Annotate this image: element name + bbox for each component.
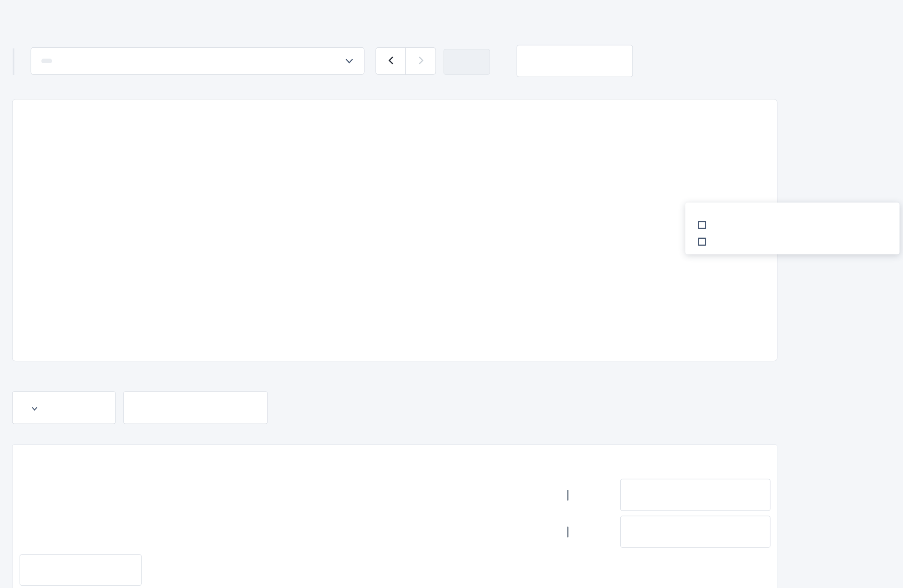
units-select[interactable] xyxy=(12,391,115,424)
time-range-pager xyxy=(375,47,436,75)
chart-card xyxy=(12,99,777,362)
metrics-table-header xyxy=(13,445,777,477)
remove-chart-button[interactable] xyxy=(123,391,268,424)
tooltip-series-row xyxy=(698,221,890,229)
table-row xyxy=(13,514,777,551)
chevron-left-icon xyxy=(388,56,393,66)
per-node-checkbox[interactable] xyxy=(567,490,569,500)
now-button[interactable] xyxy=(444,49,490,75)
tooltip-series-row xyxy=(698,238,890,245)
chevron-down-icon xyxy=(345,56,354,66)
next-range-button[interactable] xyxy=(405,47,436,75)
time-range-select[interactable] xyxy=(31,47,365,75)
remove-metric-button[interactable] xyxy=(620,479,771,511)
chevron-down-icon xyxy=(31,403,38,413)
add-metric-button[interactable] xyxy=(20,554,142,586)
series-swatch-icon xyxy=(698,221,706,229)
chevron-right-icon xyxy=(418,56,423,66)
timescale-divider xyxy=(13,49,14,75)
per-node-checkbox[interactable] xyxy=(567,526,569,537)
time-range-badge xyxy=(41,59,52,64)
series-swatch-icon xyxy=(698,238,706,245)
chart-tooltip xyxy=(685,202,899,254)
remove-metric-button[interactable] xyxy=(620,516,771,548)
prev-range-button[interactable] xyxy=(375,47,406,75)
table-row xyxy=(13,477,777,514)
add-chart-button[interactable] xyxy=(516,45,633,77)
chart-canvas[interactable] xyxy=(13,99,778,362)
custom-chart-page xyxy=(0,0,903,588)
metrics-table xyxy=(12,444,777,588)
